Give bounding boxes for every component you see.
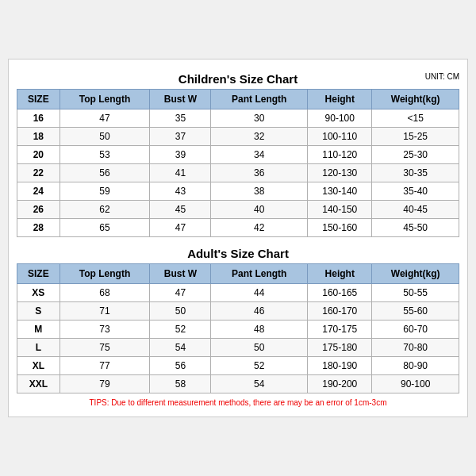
table-row: XL775652180-19080-90 — [17, 357, 459, 375]
table-row: 28654742150-16045-50 — [17, 219, 459, 237]
adult-col-header-size: SIZE — [17, 264, 60, 284]
adult-col-header-weight: Weight(kg) — [372, 264, 459, 284]
adult-title-text: Adult's Size Chart — [187, 247, 289, 260]
adult-size-table: SIZE Top Length Bust W Pant Length Heigh… — [17, 263, 459, 393]
col-header-top-length: Top Length — [60, 90, 150, 109]
adult-col-header-top-length: Top Length — [60, 264, 150, 284]
table-row: XXL795854190-20090-100 — [17, 375, 459, 393]
table-row: S715046160-17055-60 — [17, 302, 459, 321]
col-header-size: SIZE — [17, 90, 60, 109]
table-row: 22564136120-13030-35 — [17, 164, 459, 182]
children-title-text: Children's Size Chart — [178, 72, 298, 86]
table-row: XS684744160-16550-55 — [17, 284, 459, 302]
table-row: L755450175-18070-80 — [17, 339, 459, 357]
tips-text: TIPS: Due to different measurement metho… — [17, 393, 459, 409]
table-row: 1647353090-100<15 — [17, 109, 459, 128]
adult-col-header-pant-length: Pant Length — [211, 264, 308, 284]
adult-col-header-bust-w: Bust W — [150, 264, 211, 284]
table-row: 24594338130-14035-40 — [17, 182, 459, 201]
children-header-row: SIZE Top Length Bust W Pant Length Heigh… — [17, 90, 459, 109]
adult-col-header-height: Height — [308, 264, 372, 284]
children-section-title: Children's Size Chart UNIT: CM — [17, 67, 459, 89]
col-header-pant-length: Pant Length — [211, 90, 308, 109]
col-header-weight: Weight(kg) — [372, 90, 459, 109]
unit-label: UNIT: CM — [425, 72, 459, 81]
table-row: M735248170-17560-70 — [17, 321, 459, 339]
col-header-height: Height — [308, 90, 372, 109]
table-row: 18503732100-11015-25 — [17, 128, 459, 146]
table-row: 20533934110-12025-30 — [17, 146, 459, 164]
adult-header-row: SIZE Top Length Bust W Pant Length Heigh… — [17, 264, 459, 284]
table-row: 26624540140-15040-45 — [17, 201, 459, 219]
col-header-bust-w: Bust W — [150, 90, 211, 109]
adult-section-title: Adult's Size Chart — [17, 242, 459, 263]
size-chart-container: Children's Size Chart UNIT: CM SIZE Top … — [8, 59, 468, 417]
children-size-table: SIZE Top Length Bust W Pant Length Heigh… — [17, 89, 459, 237]
